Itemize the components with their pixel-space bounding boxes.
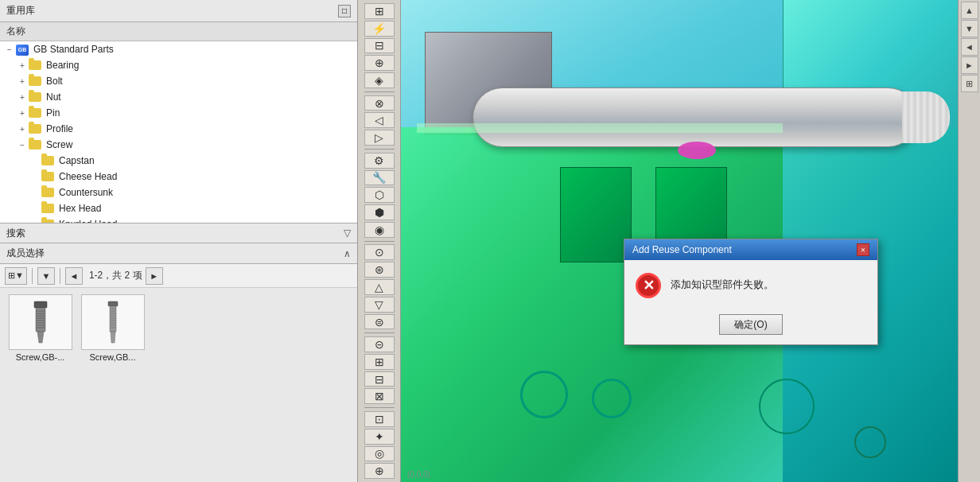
- thumbnail-item-0[interactable]: Screw,GB-...: [6, 294, 74, 362]
- tree-item-screw[interactable]: −Screw: [0, 137, 357, 153]
- vt-separator-5: [364, 91, 395, 92]
- tree-toggle-pin[interactable]: +: [16, 109, 29, 118]
- member-toolbar: ⊞▼ ▼ ◄ 1-2，共 2 项 ►: [0, 264, 357, 288]
- tree-item-nut[interactable]: +Nut: [0, 89, 357, 105]
- tree-label-bearing: Bearing: [46, 60, 79, 71]
- dialog-footer: 确定(O): [624, 308, 877, 344]
- rt-btn-3[interactable]: ►: [961, 56, 978, 74]
- dialog-title: Add Reuse Component: [632, 244, 732, 255]
- vt-btn-21[interactable]: ⊠: [364, 388, 395, 404]
- folder-icon-profile: [29, 124, 41, 134]
- vt-btn-17[interactable]: ⊜: [364, 314, 395, 330]
- tree-item-pin[interactable]: +Pin: [0, 105, 357, 121]
- vt-btn-0[interactable]: ⊞: [364, 3, 395, 19]
- vt-btn-4[interactable]: ◈: [364, 72, 395, 88]
- sep2: [60, 268, 60, 284]
- right-toolbar-vertical: ▲▼◄►⊞: [958, 0, 980, 482]
- tree-item-bolt[interactable]: +Bolt: [0, 73, 357, 89]
- vt-btn-16[interactable]: ▽: [364, 297, 395, 313]
- tree-item-countersunk[interactable]: Countersunk: [0, 185, 357, 200]
- tree-toggle-screw[interactable]: −: [16, 141, 29, 150]
- tree-item-profile[interactable]: +Profile: [0, 121, 357, 137]
- vt-btn-8[interactable]: ⚙: [364, 153, 395, 169]
- tree-header: 名称: [0, 22, 357, 41]
- dialog-message: 添加知识型部件失败。: [671, 273, 866, 292]
- tree-toggle-bearing[interactable]: +: [16, 61, 29, 70]
- rt-btn-1[interactable]: ▼: [961, 20, 978, 37]
- tree-toggle-bolt[interactable]: +: [16, 77, 29, 86]
- tree-label-nut: Nut: [46, 91, 61, 103]
- panel-title: 重用库: [6, 4, 35, 17]
- thumbnail-item-1[interactable]: Screw,GB...: [79, 294, 146, 362]
- view-mode-btn[interactable]: ⊞▼: [5, 267, 27, 285]
- tree-container[interactable]: −GBGB Standard Parts+Bearing+Bolt+Nut+Pi…: [0, 41, 357, 223]
- sep1: [32, 268, 33, 284]
- search-label: 搜索: [6, 227, 25, 240]
- folder-icon-hexhead: [41, 204, 54, 213]
- rt-btn-4[interactable]: ⊞: [961, 75, 978, 92]
- member-label: 成员选择: [6, 247, 45, 260]
- tree-item-knurledhead[interactable]: Knurled Head: [0, 216, 357, 223]
- vt-btn-15[interactable]: △: [364, 279, 395, 295]
- tree-toggle-gb[interactable]: −: [3, 45, 16, 54]
- vt-separator-13: [364, 241, 395, 242]
- vt-btn-9[interactable]: 🔧: [364, 170, 395, 186]
- dialog-close-button[interactable]: ×: [857, 243, 869, 256]
- thumbnail-label-1: Screw,GB...: [89, 352, 135, 362]
- tree-item-gb[interactable]: −GBGB Standard Parts: [0, 41, 357, 57]
- vt-btn-13[interactable]: ⊙: [364, 244, 395, 260]
- member-toggle[interactable]: ∧: [344, 248, 351, 259]
- vt-btn-1[interactable]: ⚡: [364, 21, 395, 37]
- search-toggle[interactable]: ▽: [344, 227, 351, 239]
- panel-header: 重用库 □: [0, 0, 357, 22]
- confirm-button[interactable]: 确定(O): [719, 314, 783, 335]
- dialog-titlebar: Add Reuse Component ×: [624, 239, 877, 260]
- vt-separator-8: [364, 149, 395, 150]
- next-btn[interactable]: ►: [146, 267, 163, 285]
- vt-btn-7[interactable]: ▷: [364, 130, 395, 146]
- vt-btn-19[interactable]: ⊞: [364, 354, 395, 370]
- tree-item-bearing[interactable]: +Bearing: [0, 57, 357, 73]
- folder-icon-cheesehead: [41, 172, 54, 181]
- vt-btn-20[interactable]: ⊟: [364, 371, 395, 387]
- thumbnail-label-0: Screw,GB-...: [16, 352, 65, 362]
- coord-label: (0,0,0): [407, 470, 430, 479]
- vt-btn-3[interactable]: ⊕: [364, 55, 395, 71]
- tree-item-cheesehead[interactable]: Cheese Head: [0, 169, 357, 185]
- vt-btn-6[interactable]: ◁: [364, 112, 395, 128]
- tree-label-cheesehead: Cheese Head: [59, 171, 117, 182]
- rt-btn-0[interactable]: ▲: [961, 2, 978, 19]
- prev-btn[interactable]: ◄: [65, 267, 83, 285]
- tree-toggle-profile[interactable]: +: [16, 125, 29, 134]
- filter-btn[interactable]: ▼: [37, 267, 55, 285]
- tree-item-capstan[interactable]: Capstan: [0, 153, 357, 169]
- vt-btn-22[interactable]: ⊡: [364, 411, 395, 427]
- vt-btn-2[interactable]: ⊟: [364, 38, 395, 54]
- folder-icon-nut: [29, 92, 41, 102]
- folder-icon-capstan: [41, 156, 54, 165]
- vt-btn-25[interactable]: ⊕: [364, 463, 395, 479]
- vt-btn-12[interactable]: ◉: [364, 222, 395, 238]
- vt-btn-23[interactable]: ✦: [364, 429, 395, 445]
- maximize-button[interactable]: □: [338, 5, 351, 17]
- tree-label-screw: Screw: [46, 139, 72, 150]
- vt-btn-18[interactable]: ⊝: [364, 336, 395, 352]
- vt-btn-14[interactable]: ⊛: [364, 262, 395, 278]
- vt-btn-5[interactable]: ⊗: [364, 95, 395, 111]
- folder-icon-pin: [29, 108, 41, 118]
- tree-toggle-nut[interactable]: +: [16, 93, 29, 102]
- tree-item-hexhead[interactable]: Hex Head: [0, 200, 357, 216]
- tree-label-gb: GB Standard Parts: [33, 44, 114, 55]
- folder-icon-bearing: [29, 60, 41, 70]
- thumbnail-area: Screw,GB-... Screw,GB...: [0, 288, 357, 482]
- error-icon: ✕: [636, 273, 661, 298]
- tree-label-countersunk: Countersunk: [59, 187, 113, 198]
- vertical-toolbar-left: ⊞⚡⊟⊕◈⊗◁▷⚙🔧⬡⬢◉⊙⊛△▽⊜⊝⊞⊟⊠⊡✦◎⊕: [358, 0, 401, 482]
- error-dialog: Add Reuse Component × ✕ 添加知识型部件失败。 确定(O): [624, 239, 878, 345]
- vt-btn-10[interactable]: ⬡: [364, 187, 395, 203]
- vt-btn-24[interactable]: ◎: [364, 446, 395, 462]
- vt-btn-11[interactable]: ⬢: [364, 204, 395, 220]
- tree-label-capstan: Capstan: [59, 155, 95, 166]
- rt-btn-2[interactable]: ◄: [961, 38, 978, 56]
- folder-icon-countersunk: [41, 188, 54, 197]
